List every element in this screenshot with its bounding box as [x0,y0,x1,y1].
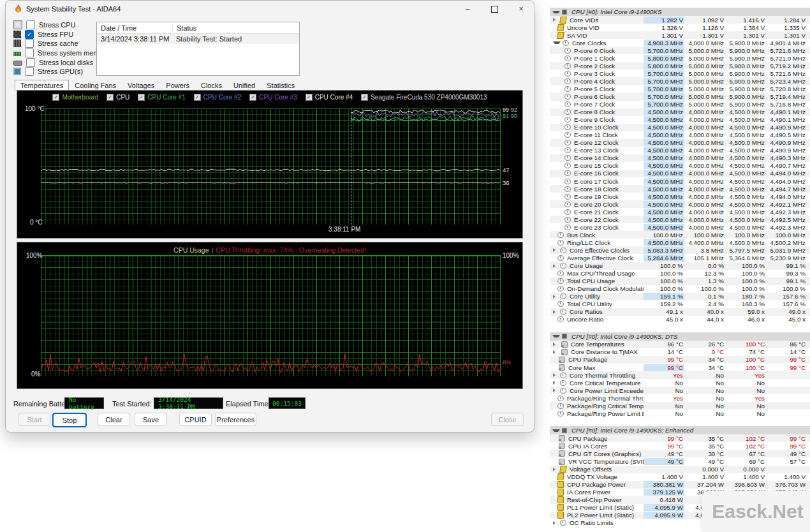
sensor-row[interactable]: E-core 22 Clock4,500.0 MHz4,000.0 MHz4,5… [550,216,810,223]
stress-checkbox[interactable] [25,48,34,57]
sensor-row[interactable]: Average Effective Clock5,284.6 MHz105.1 … [550,254,810,262]
chevron-right-icon[interactable] [553,388,558,392]
sensor-row[interactable]: Voltage Offsets0.000 V0.000 V [550,466,810,473]
maximize-button[interactable] [485,2,503,16]
close-button[interactable]: Close [491,413,524,426]
sensor-row[interactable]: CPU Package99 °C34 °C100 °C99 °C [550,356,810,364]
sensor-row[interactable]: P-core 2 Clock5,800.0 MHz5,000.0 MHz5,90… [550,62,810,70]
sensor-row[interactable]: SA VID1.301 V1.301 V1.301 V1.301 V [550,31,810,39]
chevron-down-icon[interactable] [552,11,560,13]
chevron-right-icon[interactable] [553,264,558,268]
sensor-group-header[interactable]: CPU [#0]: Intel Core i9-14900KS [550,8,810,16]
preferences-button[interactable]: Preferences [215,413,256,426]
sensor-row[interactable]: Bus Clock100.0 MHz100.0 MHz100.0 MHz100.… [550,231,810,239]
sensor-row[interactable]: Core Effective Clocks5,083.3 MHz3.8 MHz5… [550,246,810,254]
chevron-right-icon[interactable] [553,350,558,354]
sensor-row[interactable]: P-core 3 Clock5,700.0 MHz5,000.0 MHz5,90… [550,70,810,77]
sensor-row[interactable]: E-core 21 Clock4,500.0 MHz4,000.0 MHz4,5… [550,208,810,216]
chevron-down-icon[interactable] [552,429,560,432]
sensor-row[interactable]: Uncore VID1.326 V1.126 V1.384 V1.335 V [550,24,810,31]
sensor-row[interactable]: VDDQ TX Voltage1.400 V1.400 V1.400 V1.40… [550,473,810,481]
chevron-down-icon[interactable] [553,41,561,44]
sensor-row[interactable]: Core VIDs1.282 V1.092 V1.416 V1.284 V [550,16,810,24]
sensor-row[interactable]: CPU GT Cores (Graphics)49 °C30 °C67 °C49… [550,450,810,457]
sensor-row[interactable]: CPU Package99 °C35 °C102 °C99 °C [550,434,810,442]
sensor-row[interactable]: P-core 7 Clock5,700.0 MHz5,000.0 MHz5,90… [550,101,810,108]
chevron-right-icon[interactable] [553,310,558,314]
sensor-row[interactable]: E-core 9 Clock4,500.0 MHz4,000.0 MHz4,50… [550,116,810,124]
sensor-row[interactable]: E-core 17 Clock4,500.0 MHz4,000.0 MHz4,5… [550,177,810,185]
sensor-row[interactable]: Core Clocks4,908.3 MHz4,000.0 MHz5,900.0… [550,39,810,47]
sensor-row[interactable]: Package/Ring Critical TemperatureNoNoNo [550,402,810,410]
sensor-group-header[interactable]: CPU [#0]: Intel Core i9-14900KS: Enhance… [550,426,810,434]
legend-checkbox[interactable]: ✓ [52,94,59,101]
sensor-row[interactable]: Core Max99 °C34 °C100 °C99 °C [550,364,810,371]
chevron-right-icon[interactable] [553,373,558,377]
sensor-row[interactable]: Core Power Limit ExceededNoNoNo [550,387,810,394]
sensor-row[interactable]: Core Temperatures86 °C26 °C100 °C86 °C [550,341,810,348]
chevron-right-icon[interactable] [553,295,558,299]
sensor-row[interactable]: Package/Ring Power Limit ExceededNoNoNo [550,410,810,417]
sensor-row[interactable]: On-Demand Clock Modulation100.0 %100.0 %… [550,285,810,293]
legend-checkbox[interactable]: ✓ [194,94,201,101]
sensor-row[interactable]: E-core 12 Clock4,500.0 MHz4,000.0 MHz4,5… [550,139,810,147]
chevron-right-icon[interactable] [553,343,558,346]
sensor-row[interactable]: E-core 13 Clock4,500.0 MHz4,000.0 MHz4,5… [550,147,810,154]
stress-checkbox[interactable] [26,58,35,67]
sensor-row[interactable]: Core Utility159.1 %0.1 %180.7 %157.6 % [550,293,810,300]
sensor-row[interactable]: E-core 18 Clock4,500.0 MHz4,000.0 MHz4,5… [550,185,810,193]
save-button[interactable]: Save [135,413,167,426]
stress-checkbox[interactable] [25,67,34,76]
chevron-right-icon[interactable] [553,381,558,385]
sensor-row[interactable]: VR VCC Temperature (SVID)49 °C49 °C69 °C… [550,457,810,465]
sensor-row[interactable]: CPU IA Cores99 °C35 °C102 °C99 °C [550,442,810,450]
legend-checkbox[interactable]: ✓ [306,94,313,101]
legend-checkbox[interactable]: ✓ [138,94,145,101]
sensor-row[interactable]: E-core 16 Clock4,500.0 MHz4,000.0 MHz4,5… [550,170,810,177]
close-window-button[interactable]: × [512,2,530,16]
sensor-row[interactable]: Core Thermal ThrottlingYesNoYes [550,371,810,379]
chevron-right-icon[interactable] [553,18,558,22]
chevron-right-icon[interactable] [553,468,558,471]
sensor-row[interactable]: Core Distance to TjMAX14 °C0 °C74 °C14 °… [550,348,810,356]
chevron-right-icon[interactable] [553,521,558,525]
sensor-row[interactable]: P-core 4 Clock5,700.0 MHz5,000.0 MHz5,90… [550,77,810,85]
sensor-row[interactable]: Uncore Ratio45.0 x44.0 x46.0 x45.0 x [550,316,810,323]
cpuid-button[interactable]: CPUID [179,413,212,426]
legend-checkbox[interactable]: ✓ [249,94,256,101]
sensor-row[interactable]: Core Usage100.0 %0.0 %100.0 %99.1 % [550,262,810,270]
sensor-row[interactable]: P-core 5 Clock5,700.0 MHz5,000.0 MHz5,90… [550,85,810,92]
stop-button[interactable]: Stop [52,413,87,427]
stress-checkbox[interactable]: ✓ [25,30,34,39]
legend-checkbox[interactable]: ✓ [361,94,368,101]
sensor-row[interactable]: Core Ratios49.1 x40.0 x59.0 x49.0 x [550,308,810,316]
sensor-row[interactable]: E-core 23 Clock4,500.0 MHz4,000.0 MHz4,5… [550,223,810,231]
sensor-row[interactable]: E-core 14 Clock4,500.0 MHz4,000.0 MHz4,5… [550,154,810,162]
sensor-row[interactable]: E-core 10 Clock4,500.0 MHz4,000.0 MHz4,5… [550,124,810,131]
stress-checkbox[interactable] [25,39,34,48]
start-button[interactable]: Start [18,413,50,426]
clear-button[interactable]: Clear [98,413,130,426]
sensor-row[interactable]: P-core 1 Clock5,800.0 MHz5,000.0 MHz5,90… [550,54,810,62]
stress-checkbox[interactable] [26,20,35,29]
sensor-group-header[interactable]: CPU [#0]: Intel Core i9-14900KS: DTS [550,332,810,341]
sensor-row[interactable]: Max CPU/Thread Usage100.0 %12.3 %100.0 %… [550,270,810,277]
sensor-row[interactable]: E-core 11 Clock4,500.0 MHz4,000.0 MHz4,5… [550,131,810,139]
log-row[interactable]: 3/14/2024 3:38:11 PMStability Test: Star… [97,34,299,44]
minimize-button[interactable]: – [459,2,476,16]
chevron-down-icon[interactable] [552,335,560,337]
sensor-row[interactable]: E-core 19 Clock4,500.0 MHz4,000.0 MHz4,5… [550,193,810,200]
sensor-row[interactable]: P-core 6 Clock5,700.0 MHz5,000.0 MHz5,90… [550,92,810,100]
sensor-row[interactable]: Package/Ring Thermal ThrottlingYesNoYes [550,394,810,402]
sensor-row[interactable]: P-core 0 Clock5,700.0 MHz5,000.0 MHz5,90… [550,47,810,54]
sensor-row[interactable]: CPU Package Power380.381 W37.204 W396.60… [550,481,810,489]
chevron-right-icon[interactable] [553,248,558,252]
sensor-row[interactable]: E-core 20 Clock4,500.0 MHz4,000.0 MHz4,5… [550,200,810,208]
sensor-row[interactable]: E-core 8 Clock4,500.0 MHz4,000.0 MHz4,50… [550,108,810,116]
sensor-row[interactable]: Total CPU Utility159.2 %2.4 %160.3 %157.… [550,300,810,308]
legend-checkbox[interactable]: ✓ [107,94,114,101]
sensor-row[interactable]: Total CPU Usage100.0 %1.3 %100.0 %99.1 % [550,277,810,285]
sensor-row[interactable]: Core Critical TemperatureNoNoNo [550,379,810,387]
titlebar[interactable]: System Stability Test - AIDA64 – × [6,1,534,17]
sensor-row[interactable]: E-core 15 Clock4,500.0 MHz4,000.0 MHz4,5… [550,162,810,170]
